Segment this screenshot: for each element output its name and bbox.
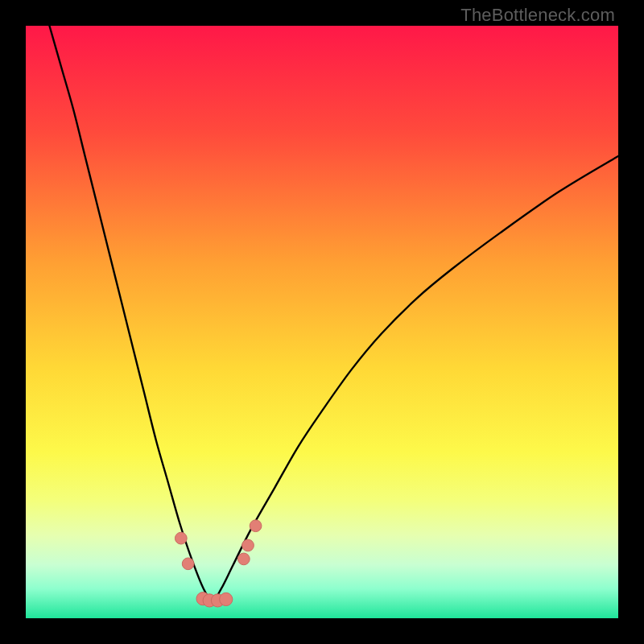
bottleneck-curve [49,26,618,601]
curve-layer [26,26,618,618]
chart-frame: TheBottleneck.com [0,0,644,644]
curve-marker [220,592,233,605]
curve-marker [242,539,254,551]
curve-marker [175,532,187,544]
curve-marker [250,520,262,532]
watermark-text: TheBottleneck.com [460,5,615,26]
plot-area [26,26,618,618]
curve-marker [182,558,194,570]
curve-marker [237,553,250,565]
